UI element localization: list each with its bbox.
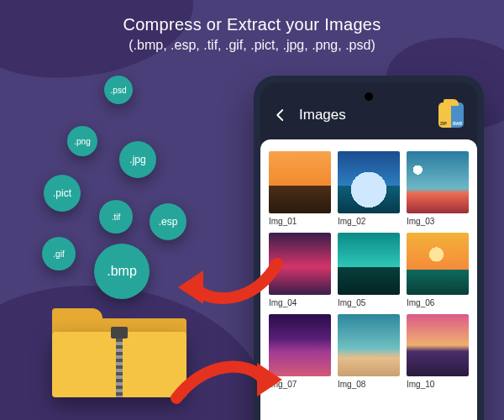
image-caption: Img_08 <box>338 380 400 389</box>
image-grid-panel: Img_01Img_02Img_03Img_04Img_05Img_06Img_… <box>260 139 477 420</box>
image-item[interactable]: Img_08 <box>338 314 400 389</box>
image-item[interactable]: Img_10 <box>407 314 469 389</box>
screen-title: Images <box>299 107 438 123</box>
image-thumbnail <box>269 151 331 213</box>
image-caption: Img_06 <box>407 298 469 307</box>
image-caption: Img_01 <box>269 217 331 226</box>
image-thumbnail <box>338 314 400 376</box>
app-screen: Images ZIP RAR Img_01Img_02Img_03Img_04I… <box>260 82 477 420</box>
ext-bubble-label: .gif <box>53 249 64 259</box>
image-thumbnail <box>407 151 469 213</box>
ext-bubble-bmp: .bmp <box>94 244 150 299</box>
ext-bubble-label: .bmp <box>107 264 137 279</box>
chevron-left-icon <box>273 108 288 123</box>
svg-marker-0 <box>178 270 203 304</box>
zip-label: ZIP <box>440 121 447 126</box>
ext-bubble-label: .tif <box>112 213 121 222</box>
image-caption: Img_03 <box>407 217 469 226</box>
arrow-compress-icon <box>165 351 282 418</box>
image-thumbnail <box>407 233 469 295</box>
image-caption: Img_05 <box>338 298 400 307</box>
ext-bubble-pict: .pict <box>44 175 81 212</box>
image-thumbnail <box>338 151 400 213</box>
arrow-extract-icon <box>178 254 287 321</box>
image-item[interactable]: Img_03 <box>407 151 469 226</box>
image-caption: Img_10 <box>407 380 469 389</box>
ext-bubble-tif: .tif <box>99 200 133 234</box>
zip-rar-app-icon[interactable]: ZIP RAR <box>438 102 464 128</box>
phone-mockup: Images ZIP RAR Img_01Img_02Img_03Img_04I… <box>254 76 484 420</box>
image-thumbnail <box>338 233 400 295</box>
svg-marker-1 <box>257 363 282 396</box>
zipper-pull-icon <box>111 327 128 339</box>
rar-label: RAR <box>453 121 462 126</box>
ext-bubble-jpg: .jpg <box>119 141 156 178</box>
image-item[interactable]: Img_01 <box>269 151 331 226</box>
promo-header: Compress or Extract your Images (.bmp, .… <box>0 0 504 53</box>
image-thumbnail <box>407 314 469 376</box>
camera-hole-icon <box>365 92 373 101</box>
ext-bubble-label: .pict <box>53 187 71 199</box>
ext-bubble-psd: .psd <box>104 76 133 104</box>
ext-bubble-label: .png <box>74 137 90 146</box>
ext-bubble-label: .esp <box>159 216 178 228</box>
ext-bubble-label: .jpg <box>129 154 145 165</box>
image-item[interactable]: Img_06 <box>407 233 469 307</box>
ext-bubble-gif: .gif <box>42 237 76 270</box>
back-button[interactable] <box>270 105 291 125</box>
ext-bubble-esp: .esp <box>150 203 186 240</box>
ext-bubble-label: .psd <box>111 86 127 95</box>
image-caption: Img_02 <box>338 217 400 226</box>
promo-subtitle: (.bmp, .esp, .tif, .gif, .pict, .jpg, .p… <box>0 38 504 53</box>
zipper-icon <box>116 332 123 397</box>
ext-bubble-png: .png <box>67 126 97 156</box>
image-item[interactable]: Img_05 <box>338 233 400 307</box>
promo-title: Compress or Extract your Images <box>0 15 504 34</box>
app-bar: Images ZIP RAR <box>260 82 477 139</box>
image-item[interactable]: Img_02 <box>338 151 400 226</box>
